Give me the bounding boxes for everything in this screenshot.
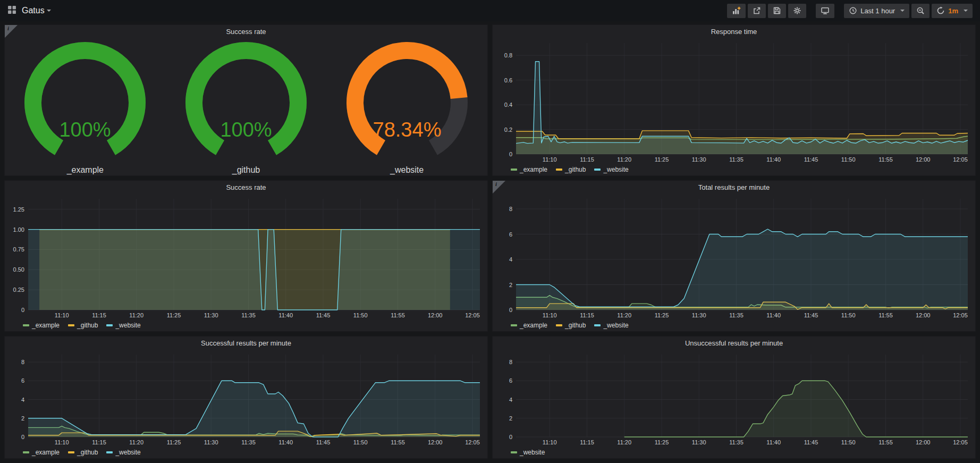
svg-text:12:00: 12:00 <box>916 439 931 445</box>
svg-text:6: 6 <box>21 377 24 384</box>
share-button[interactable] <box>748 4 766 18</box>
svg-text:11:30: 11:30 <box>204 312 218 318</box>
svg-text:11:30: 11:30 <box>204 439 218 445</box>
save-button[interactable] <box>768 4 786 18</box>
gauge-label: _github <box>232 165 260 175</box>
legend-item[interactable]: _github <box>556 166 586 173</box>
monitor-icon <box>821 6 830 15</box>
svg-text:4: 4 <box>509 397 512 403</box>
legend-item[interactable]: _example <box>511 322 547 329</box>
panel-title[interactable]: Success rate <box>5 181 487 195</box>
legend-item[interactable]: _github <box>68 322 98 329</box>
dashboard-title-button[interactable]: Gatus <box>22 6 51 15</box>
legend-item[interactable]: _example <box>23 449 60 456</box>
info-letter: i <box>495 181 497 187</box>
svg-text:0: 0 <box>509 434 512 440</box>
svg-text:11:55: 11:55 <box>878 156 893 163</box>
response-time-chart[interactable]: 11:1011:1511:2011:2511:3011:3511:4011:45… <box>496 39 972 164</box>
gauge-svg: 78.34% <box>333 39 481 162</box>
svg-text:11:15: 11:15 <box>92 439 106 445</box>
svg-text:11:35: 11:35 <box>729 156 744 163</box>
dashboard-grid-icon[interactable] <box>7 5 16 16</box>
legend-swatch-icon <box>511 169 517 171</box>
unsuccessful-results-chart[interactable]: 11:1011:1511:2011:2511:3011:3511:4011:45… <box>496 350 972 447</box>
legend-item[interactable]: _website <box>594 322 628 329</box>
legend-swatch-icon <box>511 324 517 326</box>
svg-text:0.6: 0.6 <box>504 77 512 83</box>
navbar: Gatus <box>0 0 980 21</box>
svg-text:11:10: 11:10 <box>543 312 557 318</box>
panel-title[interactable]: Successful results per minute <box>5 336 487 350</box>
successful-results-chart[interactable]: 11:1011:1511:2011:2511:3011:3511:4011:45… <box>8 350 484 447</box>
svg-text:12:05: 12:05 <box>953 312 968 318</box>
svg-text:11:20: 11:20 <box>129 312 143 318</box>
panel-successful-results: Successful results per minute 11:1011:15… <box>4 336 488 459</box>
svg-text:1.25: 1.25 <box>13 206 24 213</box>
svg-text:12:05: 12:05 <box>953 439 968 445</box>
panel-total-results: i Total results per minute 11:1011:1511:… <box>492 180 976 332</box>
total-results-chart[interactable]: 11:1011:1511:2011:2511:3011:3511:4011:45… <box>496 195 972 319</box>
svg-text:11:25: 11:25 <box>655 156 669 163</box>
panel-success-rate-gauges: i Success rate 100% _example 100% _githu… <box>4 24 488 176</box>
svg-text:11:40: 11:40 <box>766 439 781 445</box>
success-rate-chart[interactable]: 11:1011:1511:2011:2511:3011:3511:4011:45… <box>8 195 484 319</box>
legend-label: _github <box>77 449 98 456</box>
svg-text:0.4: 0.4 <box>504 102 512 108</box>
clock-icon <box>849 6 857 15</box>
svg-text:12:00: 12:00 <box>428 439 443 445</box>
refresh-button[interactable]: 1m <box>932 4 973 18</box>
legend-item[interactable]: _website <box>511 449 545 456</box>
svg-text:11:35: 11:35 <box>241 312 256 318</box>
zoom-out-button[interactable] <box>911 4 930 18</box>
svg-text:11:50: 11:50 <box>841 156 856 163</box>
time-range-button[interactable]: Last 1 hour <box>844 4 909 18</box>
legend-swatch-icon <box>23 324 29 326</box>
svg-text:0.75: 0.75 <box>13 246 24 252</box>
legend-item[interactable]: _github <box>68 449 98 456</box>
settings-button[interactable] <box>788 4 806 18</box>
chevron-down-icon <box>964 10 968 12</box>
legend-label: _example <box>520 166 547 173</box>
dashboard-grid: i Success rate 100% _example 100% _githu… <box>0 21 980 459</box>
panel-title[interactable]: Response time <box>493 25 975 39</box>
gauge-value: 100% <box>220 119 272 141</box>
legend-item[interactable]: _website <box>594 166 628 173</box>
legend-item[interactable]: _github <box>556 322 586 329</box>
chart-legend: _example_github_website <box>5 447 487 458</box>
legend-swatch-icon <box>594 169 601 171</box>
legend-item[interactable]: _website <box>106 322 140 329</box>
panel-title[interactable]: Success rate <box>5 25 487 39</box>
svg-text:11:10: 11:10 <box>55 439 69 445</box>
svg-text:1.00: 1.00 <box>13 226 24 233</box>
svg-text:11:40: 11:40 <box>766 156 781 163</box>
svg-text:0: 0 <box>21 434 24 440</box>
chart-legend: _website <box>493 447 975 458</box>
svg-text:11:55: 11:55 <box>391 312 405 318</box>
svg-text:11:10: 11:10 <box>543 439 557 445</box>
svg-text:2: 2 <box>509 282 512 288</box>
gauge-label: _website <box>390 165 424 175</box>
panel-title[interactable]: Total results per minute <box>493 181 975 195</box>
legend-item[interactable]: _website <box>106 449 140 456</box>
svg-text:11:35: 11:35 <box>729 439 744 445</box>
svg-text:11:35: 11:35 <box>729 312 744 318</box>
svg-text:11:50: 11:50 <box>353 439 368 445</box>
legend-swatch-icon <box>556 169 562 171</box>
svg-text:12:05: 12:05 <box>465 312 480 318</box>
legend-label: _website <box>115 322 140 329</box>
svg-text:11:25: 11:25 <box>167 312 181 318</box>
add-panel-button[interactable] <box>727 4 746 18</box>
panel-title[interactable]: Unsuccessful results per minute <box>493 336 975 350</box>
svg-text:0.8: 0.8 <box>504 52 512 58</box>
svg-text:11:25: 11:25 <box>655 312 669 318</box>
gauge-svg: 100% <box>172 39 320 162</box>
tv-mode-button[interactable] <box>816 4 834 18</box>
legend-item[interactable]: _example <box>23 322 60 329</box>
svg-text:11:10: 11:10 <box>55 312 69 318</box>
panel-response-time: Response time 11:1011:1511:2011:2511:301… <box>492 24 976 176</box>
svg-text:11:25: 11:25 <box>655 439 669 445</box>
legend-item[interactable]: _example <box>511 166 547 173</box>
svg-text:11:55: 11:55 <box>878 439 893 445</box>
svg-text:12:05: 12:05 <box>953 156 968 163</box>
chart-svg: 11:1011:1511:2011:2511:3011:3511:4011:45… <box>496 350 972 447</box>
